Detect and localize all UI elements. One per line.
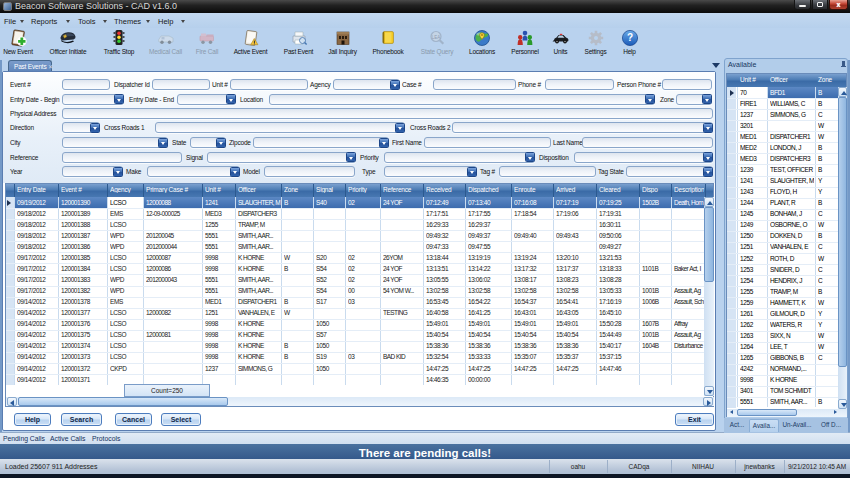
- svg-text:?: ?: [626, 32, 632, 43]
- svg-text:LEA: LEA: [432, 35, 441, 40]
